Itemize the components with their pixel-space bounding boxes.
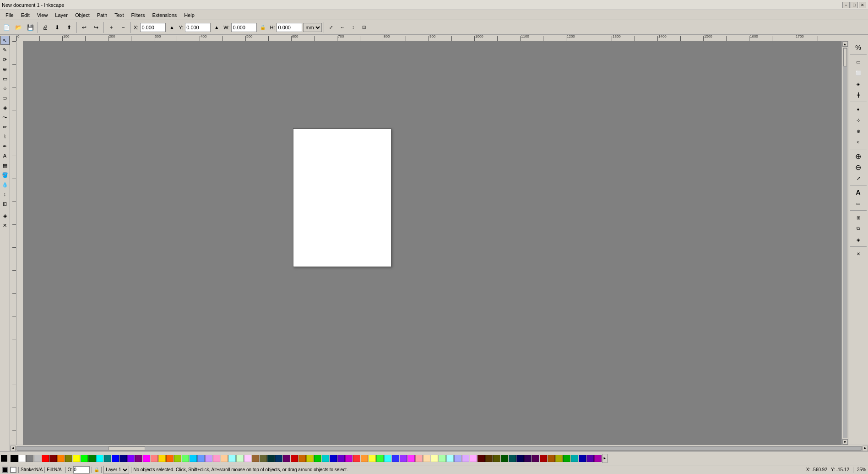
transform-btn1[interactable]: ⤢ [326,22,336,33]
menu-item-edit[interactable]: Edit [17,11,33,19]
gradient-tool-btn[interactable]: ▦ [0,161,10,170]
opacity-input[interactable] [73,466,90,474]
w-input[interactable] [231,23,257,32]
color-swatch[interactable] [34,455,41,462]
color-swatch[interactable] [361,455,368,462]
spiral-tool-btn[interactable]: 〜 [0,113,10,122]
new-button[interactable]: 📄 [1,22,12,33]
menu-item-layer[interactable]: Layer [51,11,71,19]
color-swatch[interactable] [384,455,391,462]
hscroll-left-btn[interactable]: ◄ [10,446,16,451]
lock-aspect-btn[interactable]: 🔒 [258,22,268,33]
grid-rp-btn[interactable]: ⊞ [850,212,867,223]
color-swatch[interactable] [252,455,259,462]
palette-scroll-right[interactable]: ► [602,454,608,463]
color-swatch[interactable] [228,455,236,462]
snap-smooth-btn[interactable]: ≈ [850,137,867,147]
hscrollbar[interactable]: ◄ ► [10,445,868,451]
color-swatch[interactable] [353,455,360,462]
color-swatch[interactable] [306,455,314,462]
color-swatch[interactable] [197,455,205,462]
color-swatch[interactable] [477,455,485,462]
color-swatch[interactable] [260,455,267,462]
menu-item-extensions[interactable]: Extensions [148,11,180,19]
snap-nodes-btn[interactable]: ◈ [850,79,867,89]
pencil-tool-btn[interactable]: ✏ [0,122,10,131]
star-tool-btn[interactable]: ☆ [0,84,10,93]
color-swatch[interactable] [376,455,384,462]
canvas-area[interactable] [23,41,841,445]
maximize-button[interactable]: □ [851,2,858,8]
measure-tool-btn[interactable]: ⊞ [0,199,10,208]
color-swatch[interactable] [369,455,376,462]
color-swatch[interactable] [540,455,547,462]
color-swatch[interactable] [407,455,415,462]
zoom-tool-btn[interactable]: ⊕ [0,65,10,74]
tweak-tool-btn[interactable]: ⟳ [0,55,10,64]
color-swatch[interactable] [182,455,189,462]
color-swatch[interactable] [493,455,500,462]
hscroll-right-btn[interactable]: ► [863,446,868,451]
snap-bbox-btn[interactable]: ▭ [850,57,867,67]
transform-btn2[interactable]: ↔ [337,22,347,33]
x-input[interactable] [140,23,166,32]
color-swatch[interactable] [330,455,337,462]
color-swatch[interactable] [244,455,251,462]
color-swatch[interactable] [571,455,578,462]
color-swatch[interactable] [81,455,88,462]
zoom-out-rp-btn[interactable]: ⊖ [850,162,867,172]
box3d-tool-btn[interactable]: ◈ [0,103,10,112]
vscroll-down-btn[interactable]: ▼ [842,439,848,445]
connector-tool-btn[interactable]: ↕ [0,190,10,199]
color-swatch[interactable] [158,455,166,462]
rect-tool-btn[interactable]: ▭ [0,74,10,83]
color-swatch[interactable] [563,455,570,462]
vscroll-track[interactable] [843,48,847,438]
y-input[interactable] [185,23,211,32]
color-swatch[interactable] [26,455,33,462]
color-swatch[interactable] [524,455,532,462]
color-swatch[interactable] [322,455,329,462]
color-swatch[interactable] [501,455,508,462]
color-swatch[interactable] [49,455,57,462]
redo-button[interactable]: ↪ [91,22,102,33]
vscrollbar[interactable]: ▲ ▼ [841,41,848,445]
fill-color-box[interactable] [10,467,16,473]
color-swatch[interactable] [73,455,80,462]
snap-center-btn[interactable]: ⊕ [850,126,867,136]
eyedropper-tool-btn[interactable]: 💧 [0,180,10,189]
color-swatch[interactable] [579,455,586,462]
color-swatch[interactable] [586,455,594,462]
zoom-out-button[interactable]: − [118,22,129,33]
menu-item-object[interactable]: Object [71,11,93,19]
color-swatch[interactable] [267,455,275,462]
zoom-fit-btn[interactable]: ⤢ [850,173,867,183]
vscroll-thumb[interactable] [843,48,847,66]
color-swatch[interactable] [112,455,119,462]
undo-button[interactable]: ↩ [79,22,90,33]
color-swatch[interactable] [298,455,306,462]
menu-item-view[interactable]: View [33,11,52,19]
color-swatch[interactable] [42,455,49,462]
color-swatch[interactable] [462,455,469,462]
color-swatch[interactable] [96,455,103,462]
color-swatch[interactable] [104,455,111,462]
color-swatch[interactable] [423,455,430,462]
hscroll-thumb[interactable] [108,447,145,450]
color-swatch[interactable] [151,455,158,462]
y-up-btn[interactable]: ▲ [212,22,222,33]
color-swatch[interactable] [11,455,18,462]
menu-item-text[interactable]: Text [111,11,127,19]
objects-rp-btn[interactable]: ◈ [850,234,867,245]
transform-btn3[interactable]: ↕ [348,22,358,33]
print-button[interactable]: 🖨 [40,22,51,33]
color-swatch[interactable] [205,455,212,462]
color-swatch[interactable] [166,455,174,462]
color-swatch[interactable] [236,455,244,462]
layers-rp-btn[interactable]: ⧉ [850,223,867,234]
snap-midpoint-btn[interactable]: ⊹ [850,115,867,125]
color-swatch[interactable] [345,455,353,462]
color-swatch[interactable] [57,455,65,462]
color-swatch[interactable] [119,455,127,462]
menu-item-filters[interactable]: Filters [128,11,149,19]
